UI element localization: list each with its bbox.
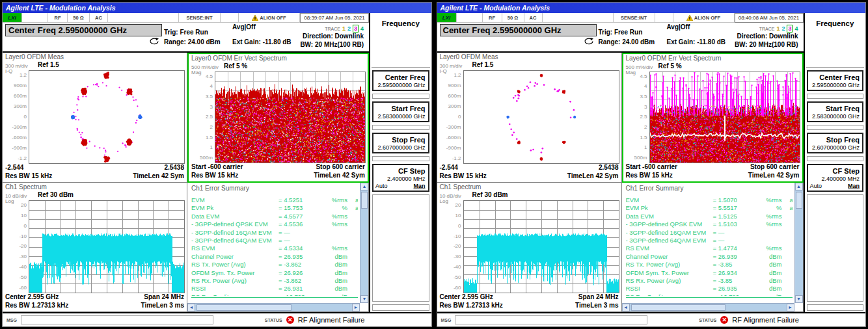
- cf-step-auto-option[interactable]: Auto: [810, 183, 822, 189]
- stop-carrier-label: Stop 600 carrier: [750, 163, 800, 172]
- error-summary-rows: EVM= 4.5251%rmsatEVM Pk= 15.753%atData E…: [191, 196, 358, 296]
- softkey-stop-freq[interactable]: Stop Freq 2.607000000 GHz: [372, 133, 429, 153]
- metric-value: = 26.935: [278, 253, 320, 261]
- softkey-start-freq[interactable]: Start Freq 2.583000000 GHz: [372, 101, 429, 122]
- evm-spectrum-canvas: [215, 72, 365, 163]
- range-readout: Range: 24.00 dBm: [164, 38, 221, 46]
- metric-label: RS Rx. Quality: [626, 293, 713, 296]
- status-blank-2: [108, 13, 179, 23]
- y-tick: -1.2: [18, 156, 27, 161]
- window-title-text: Ch1 Spectrum: [4, 183, 185, 191]
- vertical-scroll-thumb[interactable]: [796, 192, 802, 209]
- cf-step-auto-option[interactable]: Auto: [375, 183, 388, 189]
- y-axis-ticks: 1.2900m600m300m0-300m-600m-900m-1.2: [439, 70, 463, 164]
- horizontal-scroll-thumb[interactable]: [197, 304, 292, 311]
- instrument-status-row: LXI RF 50 Ω AC SENSE:INT ALIGN OFF 08:40…: [437, 13, 804, 23]
- horizontal-scroll-thumb[interactable]: [631, 304, 726, 311]
- time-len-label: TimeLen 42 Sym: [133, 172, 184, 181]
- cf-step-man-option[interactable]: Man: [414, 183, 426, 189]
- time-len-label: TimeLen 3 ms: [141, 302, 184, 310]
- vertical-scrollbar[interactable]: ▲ ▼: [360, 183, 368, 303]
- measurement-area: LXI RF 50 Ω AC SENSE:INT ALIGN OFF 08:39…: [3, 13, 369, 312]
- scroll-down-button[interactable]: ▼: [795, 295, 803, 303]
- constellation-window[interactable]: Layer0 OFDM Meas 300 m/div Ref 1.5 I-Q 1…: [437, 53, 622, 183]
- summary-row: RS EVM= 1.4774%rms: [626, 244, 793, 252]
- y-tick: 10: [21, 213, 27, 218]
- evm-spectrum-window[interactable]: Layer0 OFDM Err Vect Spectrum 500 m%/div…: [622, 53, 804, 183]
- status-blank-2: [543, 13, 614, 23]
- softkey-cf-step[interactable]: CF Step 2.400000 MHz Auto Man: [372, 164, 429, 192]
- softkey-cf-step[interactable]: CF Step 2.400000 MHz Auto Man: [807, 164, 864, 192]
- metric-value: = -3.85: [713, 277, 755, 285]
- metric-value: = -10.793: [278, 293, 320, 296]
- ref-level: Ref 30 dBm: [472, 191, 508, 198]
- status-message: RF Alignment Failure: [732, 316, 799, 324]
- vertical-scrollbar[interactable]: ▲ ▼: [794, 183, 803, 303]
- y-tick: 3.5: [206, 94, 213, 99]
- start-carrier-label: Start -600 carrier: [626, 163, 678, 172]
- trace-4-indicator[interactable]: 4: [360, 25, 364, 32]
- scroll-down-button[interactable]: ▼: [360, 295, 368, 303]
- y-tick: -40: [19, 265, 27, 270]
- scroll-left-button[interactable]: ◄: [187, 304, 195, 311]
- metric-label: RSSI: [626, 285, 713, 293]
- softkey-center-freq[interactable]: Center Freq 2.595000000 GHz: [807, 70, 864, 91]
- time-len-label: TimeLen 42 Sym: [567, 172, 619, 181]
- y-tick: 1.5: [206, 135, 213, 140]
- impedance-indicator: 50 Ω: [68, 13, 90, 23]
- y-tick: -1.2: [452, 156, 461, 161]
- trace-1-indicator[interactable]: 1: [776, 25, 780, 32]
- ch1-spectrum-window[interactable]: Ch1 Spectrum 10 dB/div Ref 30 dBm Log 20…: [437, 183, 622, 312]
- trace-3-indicator[interactable]: 3: [353, 25, 359, 33]
- scroll-left-button[interactable]: ◄: [622, 304, 630, 311]
- center-freq-readout[interactable]: Center Freq 2.595000000 GHz: [440, 24, 597, 36]
- metric-value: = 4.5577: [278, 213, 320, 220]
- summary-row: RS Rx. Power (Avg)= -3.862dBm: [191, 277, 358, 285]
- constellation-window[interactable]: Layer0 OFDM Meas 300 m/div Ref 1.5 I-Q 1…: [3, 53, 187, 183]
- scroll-right-button[interactable]: ►: [787, 304, 794, 311]
- softkey-blank: [372, 94, 429, 99]
- softkey-label: Start Freq: [810, 105, 860, 112]
- trace-3-indicator[interactable]: 3: [787, 25, 793, 33]
- softkey-blank: [372, 156, 429, 161]
- message-box: [21, 315, 213, 324]
- scroll-up-button[interactable]: ▲: [795, 183, 803, 191]
- y-tick: 4.5: [640, 74, 647, 79]
- metric-value: = 26.939: [713, 253, 755, 261]
- metric-label: RS Rx. Quality: [191, 293, 278, 296]
- window-titlebar[interactable]: Agilent LTE - Modulation Analysis: [3, 3, 431, 13]
- window-titlebar[interactable]: Agilent LTE - Modulation Analysis: [437, 3, 866, 13]
- y-tick: -900m: [446, 146, 461, 151]
- evm-spectrum-plot: [215, 72, 366, 163]
- status-message: RF Alignment Failure: [298, 316, 365, 324]
- scroll-right-button[interactable]: ►: [352, 304, 360, 311]
- y-tick: 3: [210, 105, 213, 110]
- trace-2-indicator[interactable]: 2: [347, 25, 351, 32]
- constellation-plot: [463, 70, 619, 164]
- evm-spectrum-window[interactable]: Layer0 OFDM Err Vect Spectrum 500 m%/div…: [187, 53, 369, 183]
- metric-label: EVM: [626, 196, 713, 204]
- softkey-start-freq[interactable]: Start Freq 2.583000000 GHz: [807, 101, 864, 122]
- y-tick: -50: [19, 275, 27, 280]
- trace-4-indicator[interactable]: 4: [794, 25, 798, 32]
- error-summary-window[interactable]: Ch1 Error Summary EVM= 1.5070%rmsatEVM P…: [622, 183, 804, 312]
- trace-1-indicator[interactable]: 1: [342, 25, 346, 32]
- error-summary-window[interactable]: Ch1 Error Summary EVM= 4.5251%rmsatEVM P…: [187, 183, 369, 312]
- metric-label: RS Rx. Power (Avg): [626, 277, 713, 285]
- trace-2-indicator[interactable]: 2: [781, 25, 785, 32]
- center-freq-readout[interactable]: Center Freq 2.595000000 GHz: [5, 24, 162, 36]
- softkey-stop-freq[interactable]: Stop Freq 2.607000000 GHz: [807, 133, 864, 153]
- ch1-spectrum-window[interactable]: Ch1 Spectrum 10 dB/div Ref 30 dBm Log 20…: [3, 183, 187, 312]
- cf-step-man-option[interactable]: Man: [848, 183, 860, 189]
- summary-row: Channel Power= 26.935dBm: [191, 253, 358, 261]
- horizontal-scrollbar[interactable]: ◄ ►: [187, 303, 360, 311]
- y-axis-ticks: 4.543.532.521.51500m: [625, 72, 649, 163]
- vertical-scroll-thumb[interactable]: [361, 192, 368, 209]
- softkey-center-freq[interactable]: Center Freq 2.595000000 GHz: [372, 70, 429, 91]
- summary-row: RSSI= 26.935dBm: [626, 285, 793, 293]
- horizontal-scrollbar[interactable]: ◄ ►: [622, 303, 794, 311]
- metric-label: RS EVM: [191, 244, 278, 252]
- scroll-up-button[interactable]: ▲: [360, 183, 368, 191]
- metric-value: = 1.5070: [713, 196, 755, 204]
- y-tick: 500m: [634, 155, 647, 161]
